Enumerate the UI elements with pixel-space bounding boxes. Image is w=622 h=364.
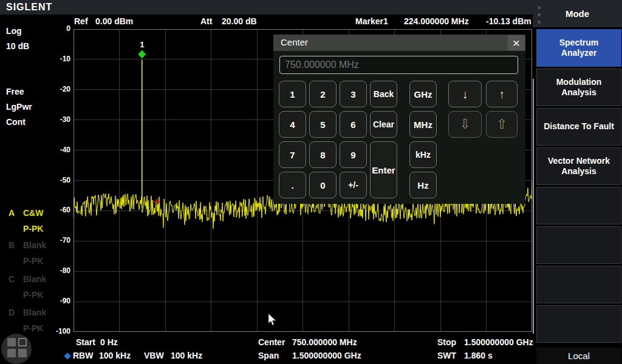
unit-mhz-button[interactable]: MHz [409, 111, 437, 138]
att-label: Att [200, 16, 212, 26]
key-back[interactable]: Back [370, 81, 397, 107]
mouse-cursor-icon [268, 314, 277, 326]
mode-menu-title: Mode [533, 0, 622, 27]
dialog-title: Center [281, 37, 308, 47]
scale-type-label: Log [6, 26, 22, 36]
mode-item-distance-to-fault[interactable]: Distance To Fault [536, 108, 621, 146]
rbw-label: RBW [73, 351, 93, 360]
y-tick-label: -100 [50, 327, 70, 335]
key-6[interactable]: 6 [340, 111, 367, 138]
vbw-value: 100 kHz [171, 351, 202, 360]
key-8[interactable]: 8 [309, 141, 337, 168]
y-tick-label: -20 [50, 85, 70, 93]
key-7[interactable]: 7 [279, 141, 306, 168]
menu-scroll-indicator [533, 79, 534, 334]
center-label: Center [258, 337, 285, 347]
key-9[interactable]: 9 [340, 141, 367, 168]
mode-item-empty-1 [536, 187, 621, 224]
trace-d-detector: P-PK [23, 323, 43, 333]
ref-value: 0.00 dBm [95, 16, 133, 26]
mode-item-empty-3 [536, 266, 621, 303]
att-value: 20.00 dB [222, 16, 257, 26]
trace-a-mode: C&W [23, 208, 43, 218]
trace-b-detector: P-PK [23, 256, 43, 266]
unit-khz-button[interactable]: kHz [409, 141, 437, 168]
frequency-input[interactable] [279, 56, 518, 74]
unit-ghz-button[interactable]: GHz [409, 81, 437, 107]
marker-amplitude: -10.13 dBm [486, 16, 530, 26]
swt-label: SWT [437, 351, 456, 360]
mode-menu-sidebar: Mode Spectrum Analyzer Modulation Analys… [533, 0, 622, 364]
key-clear[interactable]: Clear [370, 111, 397, 138]
spectrum-analyzer-screen: SIGLENT Ref 0.00 dBm Att 20.00 dB Marker… [0, 0, 622, 364]
vbw-label: VBW [144, 351, 164, 360]
y-tick-label: -50 [50, 176, 70, 184]
window-layout-button[interactable] [1, 334, 32, 364]
trace-c-mode: Blank [23, 274, 46, 284]
close-icon[interactable]: × [508, 35, 525, 50]
trace-d-id: D [9, 308, 15, 317]
center-value: 750.000000 MHz [292, 337, 357, 347]
window-layout-icon [18, 349, 27, 357]
y-tick-label: -90 [50, 297, 70, 305]
y-tick-label: -30 [50, 115, 70, 124]
top-logo-bar: SIGLENT [0, 0, 533, 15]
stop-label: Stop [437, 337, 456, 347]
rbw-value: 100 kHz [99, 351, 131, 360]
trace-d-mode: Blank [23, 308, 46, 317]
y-tick-label: -60 [50, 206, 70, 214]
key-dot[interactable]: . [279, 172, 306, 198]
key-plus-minus[interactable]: +/- [340, 172, 367, 198]
window-layout-icon [18, 338, 27, 346]
key-enter[interactable]: Enter [370, 141, 397, 198]
span-label: Span [258, 351, 279, 360]
siglent-logo: SIGLENT [6, 2, 52, 13]
menu-grip-icon [538, 6, 541, 9]
y-tick-label: -80 [50, 266, 70, 275]
key-4[interactable]: 4 [279, 111, 306, 138]
key-1[interactable]: 1 [279, 81, 306, 107]
unit-hz-button[interactable]: Hz [409, 172, 437, 198]
local-button[interactable]: Local [536, 348, 621, 364]
ref-label: Ref [74, 16, 88, 26]
y-tick-label: -10 [50, 55, 70, 63]
stop-value: 1.500000000 GHz [464, 337, 533, 347]
scale-per-div-label: 10 dB [6, 41, 29, 51]
trace-a-id: A [9, 208, 15, 218]
key-5[interactable]: 5 [309, 111, 337, 138]
power-mode-label: LgPwr [6, 102, 32, 112]
span-value: 1.500000000 GHz [292, 351, 361, 360]
menu-grip-icon [538, 13, 541, 16]
key-0[interactable]: 0 [309, 172, 337, 198]
marker-label: Marker1 [355, 16, 388, 26]
center-frequency-dialog: Center × 1 2 3 Back 4 5 6 Clear 7 8 9 En… [273, 35, 525, 204]
trace-c-detector: P-PK [23, 290, 43, 300]
y-tick-label: -70 [50, 236, 70, 244]
key-3[interactable]: 3 [340, 81, 367, 107]
menu-grip-icon [538, 21, 541, 24]
dialog-header[interactable]: Center × [273, 35, 525, 51]
mode-item-empty-2 [536, 226, 621, 264]
y-tick-label: -40 [50, 146, 70, 154]
start-value: 0 Hz [100, 337, 118, 347]
window-layout-icon [7, 338, 16, 346]
arrow-up-icon[interactable]: ↑ [486, 81, 518, 107]
trace-b-id: B [9, 240, 15, 250]
mode-item-vector-network-analysis[interactable]: Vector Network Analysis [536, 147, 621, 185]
trace-b-mode: Blank [23, 240, 46, 250]
trigger-label: Free [6, 87, 24, 96]
rbw-coupled-icon [64, 352, 70, 359]
sweep-mode-label: Cont [6, 117, 26, 127]
trace-c-id: C [9, 274, 15, 284]
page-up-icon[interactable]: ⇧ [486, 111, 518, 138]
y-tick-label: 0 [50, 24, 70, 33]
start-label: Start [76, 337, 95, 347]
page-down-icon[interactable]: ⇩ [448, 111, 482, 138]
marker-diamond-icon [138, 50, 146, 59]
mode-item-spectrum-analyzer[interactable]: Spectrum Analyzer [536, 29, 621, 67]
arrow-down-icon[interactable]: ↓ [448, 81, 482, 107]
mode-item-modulation-analysis[interactable]: Modulation Analysis [536, 69, 621, 106]
key-2[interactable]: 2 [309, 81, 337, 107]
trace-a-detector: P-PK [23, 224, 43, 234]
swt-value: 1.860 s [464, 351, 493, 360]
